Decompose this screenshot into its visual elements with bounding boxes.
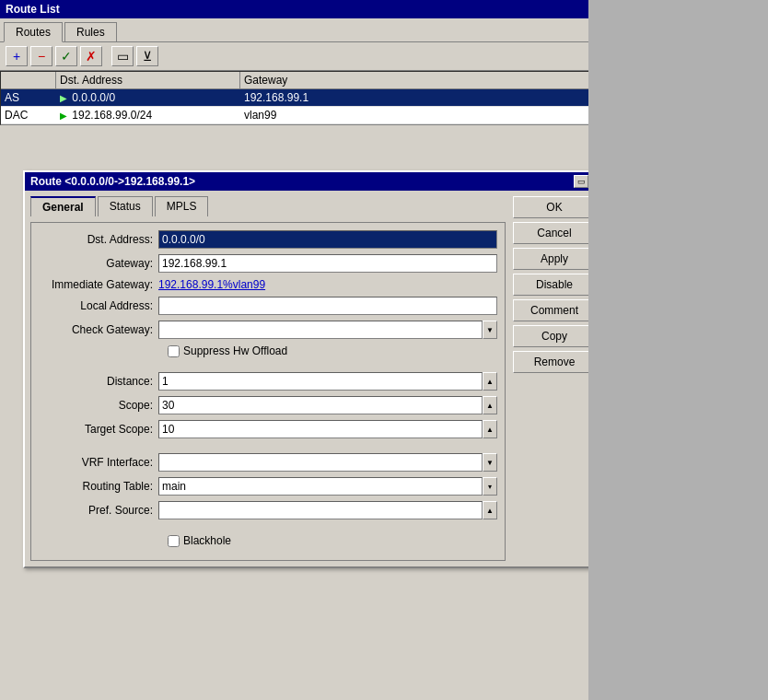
pref-source-label: Pref. Source: [39,504,158,517]
row2-type: DAC [1,107,56,123]
ok-button[interactable]: OK [513,196,596,218]
dialog-title-bar: Route <0.0.0.0/0->192.168.99.1> ▭ ✕ [25,172,611,191]
routing-table-input[interactable] [158,477,483,496]
distance-input[interactable] [158,372,483,391]
gateway-input[interactable] [158,254,497,273]
tab-general[interactable]: General [30,196,96,216]
dialog-body: General Status MPLS Dst. Address: Gatewa… [25,191,611,566]
dialog-title-text: Route <0.0.0.0/0->192.168.99.1> [30,175,195,188]
suppress-label: Suppress Hw Offload [183,344,287,357]
route-arrow-icon: ▶ [60,93,67,103]
main-window: Route List Routes Rules + − ✓ ✗ ▭ ⊻ Dst.… [0,0,768,700]
route-dialog: Route <0.0.0.0/0->192.168.99.1> ▭ ✕ Gene… [23,170,612,568]
target-scope-label: Target Scope: [39,423,158,436]
disable-button[interactable]: Disable [513,274,596,296]
routing-table-label: Routing Table: [39,480,158,493]
pref-source-field: ▲ [158,501,497,519]
scope-field: ▲ [158,396,497,414]
row2-dst: ▶ 192.168.99.0/24 [56,107,240,123]
blackhole-label: Blackhole [183,534,231,547]
blackhole-row: Blackhole [39,534,497,547]
remove-button[interactable]: − [30,46,52,66]
copy-button[interactable]: ▭ [111,46,134,66]
vrf-interface-input[interactable] [158,453,483,472]
target-scope-field: ▲ [158,420,497,438]
check-gateway-label: Check Gateway: [39,323,158,336]
tab-routes[interactable]: Routes [4,22,63,42]
scope-label: Scope: [39,399,158,412]
gateway-row: Gateway: [39,254,497,273]
local-address-input[interactable] [158,297,497,315]
scope-input[interactable] [158,396,483,414]
immediate-gateway-link[interactable]: 192.168.99.1%vlan99 [158,278,265,291]
vrf-interface-field: ▼ [158,453,497,472]
route-arrow-icon: ▶ [60,111,67,121]
dialog-minimize-button[interactable]: ▭ [574,175,588,188]
routing-table-row: Routing Table: ▾ [39,477,497,496]
routing-table-dropdown-btn[interactable]: ▾ [483,477,497,496]
scope-row: Scope: ▲ [39,396,497,414]
pref-source-row: Pref. Source: ▲ [39,501,497,519]
col-dst: Dst. Address [56,72,240,88]
blackhole-checkbox[interactable] [168,535,180,547]
apply-button[interactable]: Apply [513,248,596,270]
target-scope-input[interactable] [158,420,483,438]
row1-type: AS [1,89,56,106]
cancel-button-dialog[interactable]: Cancel [513,222,596,244]
filter-button[interactable]: ⊻ [136,46,158,66]
cancel-button[interactable]: ✗ [80,46,102,66]
check-button[interactable]: ✓ [55,46,77,66]
dst-address-label: Dst. Address: [39,233,158,246]
routing-table-field: ▾ [158,477,497,496]
distance-row: Distance: ▲ [39,372,497,391]
side-area [588,0,768,700]
vrf-interface-label: VRF Interface: [39,456,158,469]
distance-field: ▲ [158,372,497,391]
check-gateway-field: ▼ [158,321,497,339]
tab-rules[interactable]: Rules [64,22,117,41]
remove-button-dialog[interactable]: Remove [513,351,596,373]
dst-address-row: Dst. Address: [39,230,497,249]
row1-dst: ▶ 0.0.0.0/0 [56,89,240,106]
suppress-row: Suppress Hw Offload [39,344,497,357]
local-address-label: Local Address: [39,299,158,312]
copy-route-button[interactable]: Copy [513,325,596,347]
distance-label: Distance: [39,375,158,388]
gateway-label: Gateway: [39,257,158,270]
suppress-checkbox[interactable] [168,345,180,357]
window-title: Route List [6,3,60,16]
vrf-interface-dropdown-btn[interactable]: ▼ [483,453,497,472]
check-gateway-dropdown-btn[interactable]: ▼ [483,321,497,339]
col-type [1,72,56,88]
dialog-tab-bar: General Status MPLS [30,196,506,216]
local-address-row: Local Address: [39,297,497,315]
dst-address-input[interactable] [158,230,497,249]
scope-spin-btn[interactable]: ▲ [483,396,497,414]
form-panel: Dst. Address: Gateway: Immediate Gateway… [30,222,506,561]
immediate-gateway-row: Immediate Gateway: 192.168.99.1%vlan99 [39,278,497,291]
pref-source-spin-btn[interactable]: ▲ [483,501,497,519]
add-button[interactable]: + [6,46,28,66]
target-scope-row: Target Scope: ▲ [39,420,497,438]
tab-mpls[interactable]: MPLS [155,196,209,216]
check-gateway-row: Check Gateway: ▼ [39,321,497,339]
distance-spin-btn[interactable]: ▲ [483,372,497,391]
check-gateway-input[interactable] [158,321,483,339]
tab-status[interactable]: Status [98,196,153,216]
dialog-left-panel: General Status MPLS Dst. Address: Gatewa… [30,196,506,561]
immediate-gateway-label: Immediate Gateway: [39,278,158,291]
comment-button[interactable]: Comment [513,299,596,321]
target-scope-spin-btn[interactable]: ▲ [483,420,497,438]
pref-source-input[interactable] [158,501,483,519]
vrf-interface-row: VRF Interface: ▼ [39,453,497,472]
